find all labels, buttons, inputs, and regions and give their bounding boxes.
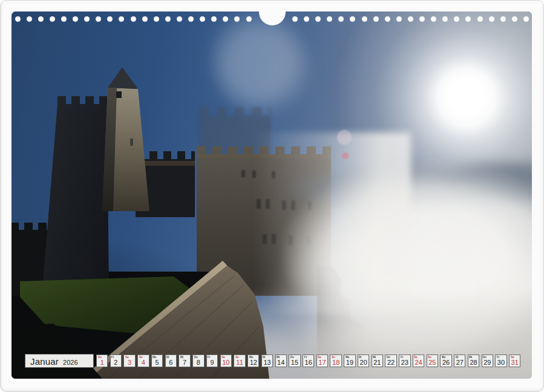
- day-cell: Mo 26: [440, 354, 451, 367]
- month-title-box: Januar 2026: [25, 354, 94, 368]
- punch-hole: [373, 16, 379, 22]
- day-number: 19: [344, 359, 355, 366]
- day-cell: Di 6: [165, 354, 177, 367]
- day-weekday-label: Fr: [401, 356, 404, 359]
- day-weekday-label: Mi: [469, 356, 472, 359]
- day-cell: Fr 16: [303, 354, 314, 367]
- day-cell: Di 13: [261, 354, 273, 367]
- day-cell: Mi 7: [179, 354, 190, 367]
- day-cells-row: Do 1 Fr 2 Sa 3 So 4 Mo 5 Di 6 Mi 7 Do 8 …: [96, 354, 520, 368]
- day-number: 26: [441, 359, 451, 366]
- day-cell: Mi 21: [372, 354, 383, 367]
- punch-hole: [142, 16, 148, 22]
- punch-hole: [188, 16, 194, 22]
- day-cell: So 25: [427, 354, 438, 367]
- fog-foreground-wisp: [229, 181, 532, 379]
- day-weekday-label: Di: [263, 356, 266, 359]
- punch-hole: [177, 16, 182, 22]
- punch-hole: [512, 16, 517, 22]
- day-number: 9: [207, 359, 217, 366]
- punch-hole: [396, 16, 402, 22]
- day-weekday-label: Di: [359, 356, 362, 359]
- day-cell: Mo 5: [151, 354, 163, 367]
- day-weekday-label: Sa: [125, 356, 129, 359]
- month-label: Januar: [30, 356, 59, 367]
- punch-hole: [292, 16, 298, 22]
- spire-slit-window: [130, 139, 133, 146]
- day-cell: Fr 23: [399, 354, 410, 367]
- punch-hole: [38, 16, 44, 22]
- punch-hole: [50, 16, 55, 22]
- day-cell: Mi 28: [468, 354, 479, 367]
- day-cell: Sa 24: [413, 354, 424, 367]
- day-cell: Sa 31: [509, 354, 520, 367]
- day-number: 16: [303, 359, 313, 366]
- day-weekday-label: Do: [483, 356, 487, 359]
- day-weekday-label: Sa: [221, 356, 225, 359]
- day-number: 6: [166, 359, 176, 366]
- day-weekday-label: Fr: [111, 356, 114, 359]
- day-number: 30: [496, 359, 506, 366]
- day-number: 12: [248, 359, 258, 366]
- day-weekday-label: Mi: [373, 356, 376, 359]
- punch-hole: [477, 16, 483, 22]
- day-number: 14: [276, 359, 286, 366]
- day-number: 17: [317, 359, 327, 366]
- day-number: 15: [289, 359, 300, 366]
- day-cell: Di 20: [358, 354, 369, 367]
- punch-hole: [304, 16, 309, 22]
- day-weekday-label: Mo: [346, 356, 350, 359]
- day-number: 20: [358, 359, 369, 366]
- day-cell: Sa 10: [220, 354, 232, 367]
- day-cell: Fr 2: [110, 354, 122, 367]
- day-cell: Mi 14: [275, 354, 287, 367]
- day-number: 11: [234, 359, 244, 366]
- day-weekday-label: Do: [98, 356, 102, 359]
- day-weekday-label: Mo: [152, 356, 157, 359]
- day-number: 8: [193, 359, 203, 366]
- day-number: 27: [454, 359, 465, 366]
- punch-hole: [27, 16, 32, 22]
- day-number: 1: [97, 359, 107, 366]
- day-number: 4: [138, 359, 148, 366]
- punch-hole: [154, 16, 159, 22]
- day-cell: Do 1: [96, 354, 108, 367]
- day-weekday-label: Do: [387, 356, 390, 359]
- day-cell: Do 15: [289, 354, 300, 367]
- day-weekday-label: So: [428, 356, 431, 359]
- punch-hole: [131, 16, 136, 22]
- punch-hole: [246, 16, 252, 22]
- year-label: 2026: [63, 359, 77, 366]
- day-weekday-label: Do: [194, 356, 198, 359]
- day-cell: Do 22: [385, 354, 396, 367]
- day-weekday-label: Di: [456, 356, 459, 359]
- day-weekday-label: So: [139, 356, 143, 359]
- punch-hole: [408, 16, 413, 22]
- spire-roof: [108, 67, 138, 89]
- day-number: 29: [482, 359, 493, 366]
- punch-hole: [500, 16, 506, 22]
- day-number: 3: [124, 359, 134, 366]
- lens-flare-large: [336, 129, 352, 145]
- day-weekday-label: Fr: [497, 356, 500, 359]
- day-cell: So 4: [137, 354, 149, 367]
- day-number: 23: [399, 359, 410, 366]
- day-cell: Sa 3: [123, 354, 135, 367]
- day-cell: So 18: [330, 354, 341, 367]
- day-number: 22: [385, 359, 396, 366]
- day-number: 18: [330, 359, 341, 366]
- day-weekday-label: Di: [166, 356, 169, 359]
- day-weekday-label: Mi: [180, 356, 183, 359]
- punch-hole: [362, 16, 367, 22]
- day-weekday-label: So: [235, 356, 239, 359]
- spire-window: [116, 91, 122, 98]
- day-weekday-label: Mi: [277, 356, 280, 359]
- punch-hole: [419, 16, 425, 22]
- day-weekday-label: Fr: [304, 356, 307, 359]
- day-number: 28: [468, 359, 479, 366]
- day-weekday-label: Fr: [208, 356, 211, 359]
- punch-hole: [15, 16, 21, 22]
- day-number: 31: [510, 359, 520, 366]
- day-number: 24: [413, 359, 424, 366]
- punch-hole: [165, 16, 171, 22]
